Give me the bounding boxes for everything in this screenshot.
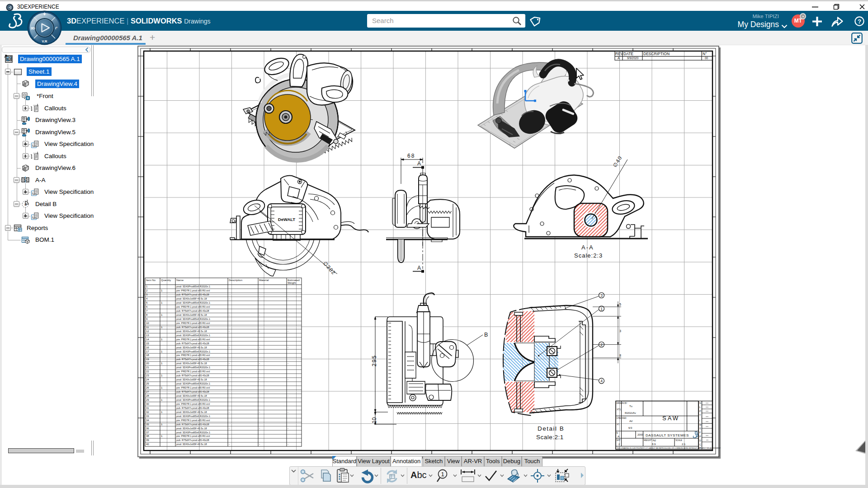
svg-text:prod: 3DX0vJu65F-43.5c.18: prod: 3DX0vJu65F-43.5c.18 — [176, 443, 207, 446]
svg-text:33: 33 — [146, 415, 149, 418]
svg-text:-: - — [288, 362, 288, 365]
svg-text:Quantity: Quantity — [161, 279, 171, 282]
svg-text:-: - — [288, 314, 288, 316]
svg-text:pub: R75dX7v.prod.v65.43c28: pub: R75dX7v.prod.v65.43c28 — [176, 358, 209, 361]
svg-text:00: 00 — [705, 56, 708, 60]
svg-text:-: - — [288, 411, 288, 413]
svg-text:2000: 2000 — [637, 433, 644, 436]
svg-text:CHECKED: CHECKED — [617, 417, 627, 419]
svg-text:-: - — [288, 394, 288, 397]
svg-text:prod: 3DX0Prod65v6 R2020x.1: prod: 3DX0Prod65v6 R2020x.1 — [176, 382, 210, 385]
svg-text:pub: R75dX7v.prod.v65.43c28: pub: R75dX7v.prod.v65.43c28 — [176, 407, 209, 409]
svg-text:pub: R75dX7v.prod.v65.43c28: pub: R75dX7v.prod.v65.43c28 — [176, 390, 209, 393]
svg-text:N: N — [617, 432, 618, 434]
svg-text:d: d — [25, 203, 27, 206]
svg-text:prod: 3DX0Prod65v6 R2020x.1: prod: 3DX0Prod65v6 R2020x.1 — [176, 415, 210, 418]
svg-text:F: F — [699, 431, 701, 434]
svg-text:-: - — [229, 394, 230, 397]
svg-text:-: - — [259, 443, 260, 446]
svg-text:38: 38 — [146, 435, 149, 437]
svg-text:295: 295 — [371, 355, 377, 366]
svg-text:1: 1 — [600, 307, 603, 311]
svg-text:10: 10 — [146, 322, 149, 324]
svg-text:-: - — [288, 297, 288, 300]
svg-text:prod: 3DX0Prod65v6 R2020x.1: prod: 3DX0Prod65v6 R2020x.1 — [176, 318, 210, 320]
svg-text:prod: 3DX0Prod65v6 R2020x.1: prod: 3DX0Prod65v6 R2020x.1 — [176, 334, 210, 337]
svg-text:-: - — [288, 443, 288, 446]
svg-text:DRAWN BY: DRAWN BY — [617, 402, 627, 404]
svg-text:-: - — [259, 362, 260, 365]
svg-text:20: 20 — [146, 362, 149, 365]
svg-text:prod: 3DX0vJu65F-43.5c.18: prod: 3DX0vJu65F-43.5c.18 — [176, 330, 207, 333]
svg-text:prod: 3DX0vJu65F-43.5c.18: prod: 3DX0vJu65F-43.5c.18 — [176, 346, 207, 349]
svg-text:-: - — [229, 378, 230, 381]
svg-text:-: - — [229, 427, 230, 430]
svg-text:28: 28 — [146, 394, 149, 397]
svg-text:Scale:2:1: Scale:2:1 — [536, 434, 564, 441]
svg-text:16: 16 — [146, 346, 149, 349]
svg-text:11: 11 — [146, 326, 149, 328]
svg-text:prod: 3DX0Prod65v6 R2020x.1: prod: 3DX0Prod65v6 R2020x.1 — [176, 285, 210, 288]
svg-text:-: - — [259, 378, 260, 381]
svg-text:Tu: Tu — [629, 405, 632, 408]
svg-text:prod: 3DX0vJu65F-43.5c.18: prod: 3DX0vJu65F-43.5c.18 — [176, 314, 207, 316]
svg-text:R2D2x5v: R2D2x5v — [625, 412, 636, 414]
svg-text:Scale:2:3: Scale:2:3 — [574, 252, 603, 259]
svg-text:14: 14 — [146, 338, 149, 341]
svg-text:prod: 3DX0Prod65v6 R2020x.1: prod: 3DX0Prod65v6 R2020x.1 — [176, 350, 210, 353]
svg-text:XT1: XT1 — [617, 408, 621, 411]
svg-text:pre: PRD7R.1.prod.v65 R0.xml: pre: PRD7R.1.prod.v65 R0.xml — [176, 322, 210, 324]
svg-text:pre: PRD7R.1.prod.v65 R0.xml: pre: PRD7R.1.prod.v65 R0.xml — [176, 386, 210, 389]
svg-text:prod: 3DX0vJu65F-43.5c.18: prod: 3DX0vJu65F-43.5c.18 — [176, 362, 207, 365]
svg-text:Name: Name — [176, 279, 184, 282]
svg-text:12: 12 — [146, 330, 149, 333]
svg-text:-: - — [229, 346, 230, 349]
svg-text:V.R: V.R — [42, 39, 47, 43]
svg-text:pre: PRD7R.1.prod.v65 R0.xml: pre: PRD7R.1.prod.v65 R0.xml — [176, 419, 210, 422]
svg-text:-: - — [259, 314, 260, 316]
svg-text:DATE: DATE — [623, 52, 633, 56]
svg-text:prod: 3DX0vJu65F-43.5c.18: prod: 3DX0vJu65F-43.5c.18 — [176, 427, 207, 430]
svg-text:8: 8 — [619, 354, 621, 357]
svg-text:5: 5 — [619, 303, 621, 306]
svg-text:pre: PRD7R.1.prod.v65 R0.xml: pre: PRD7R.1.prod.v65 R0.xml — [176, 305, 210, 308]
svg-text:-: - — [229, 314, 230, 316]
svg-text:35: 35 — [146, 423, 149, 426]
svg-text:-: - — [259, 346, 260, 349]
svg-text:pub: R75dX7v.prod.v65.43c28: pub: R75dX7v.prod.v65.43c28 — [176, 326, 209, 328]
svg-text:26: 26 — [146, 386, 149, 389]
svg-text:REV: REV — [615, 52, 623, 56]
svg-text:-: - — [288, 330, 288, 333]
svg-text:pre: PRD7R.1.prod.v65 R0.xml: pre: PRD7R.1.prod.v65 R0.xml — [176, 338, 210, 341]
svg-text:prod: 3DX0Prod65v6 R2020x.1: prod: 3DX0Prod65v6 R2020x.1 — [176, 399, 210, 401]
svg-text:17: 17 — [146, 350, 149, 353]
svg-text:DESCRIPTION: DESCRIPTION — [643, 52, 670, 56]
svg-text:AV: AV — [629, 420, 633, 422]
svg-text:prod: 3DX0Prod65v6 R2020x.1: prod: 3DX0Prod65v6 R2020x.1 — [176, 431, 210, 434]
svg-text:29: 29 — [146, 399, 149, 401]
svg-text:pub: R75dX7v.prod.v65.43c28: pub: R75dX7v.prod.v65.43c28 — [176, 374, 209, 377]
svg-text:-: - — [259, 411, 260, 413]
svg-text:N°: N° — [703, 52, 707, 56]
svg-text:37: 37 — [146, 431, 149, 434]
svg-text:32: 32 — [146, 411, 149, 413]
svg-text:13: 13 — [146, 334, 149, 337]
svg-text:-: - — [229, 362, 230, 365]
svg-text:19: 19 — [146, 358, 149, 361]
svg-text:prod: 3DX0vJu65F-43.5c.18: prod: 3DX0vJu65F-43.5c.18 — [176, 378, 207, 381]
svg-text:pre: PRD7R.1.prod.v65 R0.xml: pre: PRD7R.1.prod.v65 R0.xml — [176, 435, 210, 437]
svg-text:2: 2 — [600, 343, 603, 347]
svg-text:-: - — [229, 411, 230, 413]
svg-text:-: - — [229, 330, 230, 333]
svg-text:A: A — [417, 265, 421, 271]
svg-text:N: N — [699, 402, 701, 404]
svg-text:Description: Description — [229, 279, 242, 282]
svg-text:-: - — [259, 427, 260, 430]
svg-text:XT: XT — [617, 423, 619, 426]
svg-text:A: A — [417, 160, 421, 167]
svg-text:C: C — [699, 443, 701, 446]
svg-text:pre: PRD7R.1.prod.v65 R0.xml: pre: PRD7R.1.prod.v65 R0.xml — [176, 370, 210, 373]
svg-text:-: - — [229, 443, 230, 446]
svg-text:G: G — [699, 427, 701, 430]
svg-text:-: - — [259, 394, 260, 397]
